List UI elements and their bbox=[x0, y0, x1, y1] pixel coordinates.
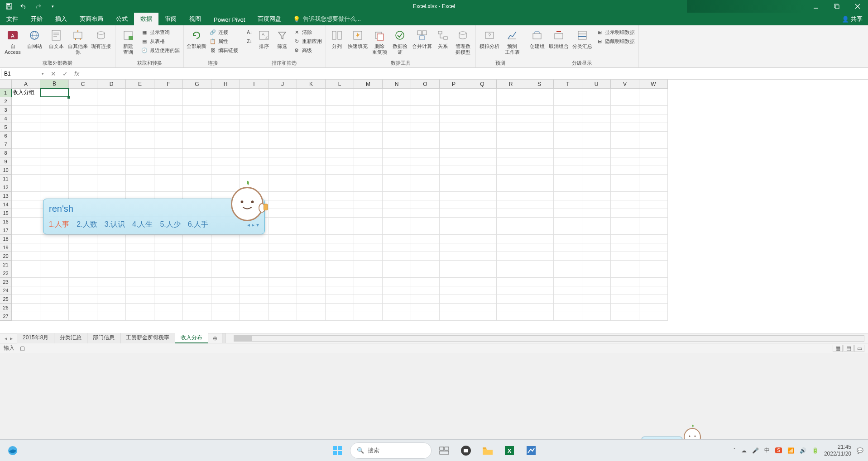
cell-P13[interactable] bbox=[440, 192, 468, 200]
col-header-C[interactable]: C bbox=[69, 80, 97, 89]
cell-W24[interactable] bbox=[639, 286, 668, 295]
cell-R21[interactable] bbox=[497, 261, 525, 269]
cell-I1[interactable] bbox=[240, 89, 269, 97]
cell-D8[interactable] bbox=[97, 149, 126, 157]
cell-M24[interactable] bbox=[354, 286, 383, 295]
macro-record-icon[interactable]: ▢ bbox=[20, 345, 25, 352]
cell-S3[interactable] bbox=[525, 106, 554, 114]
col-header-E[interactable]: E bbox=[126, 80, 154, 89]
redo-icon[interactable] bbox=[33, 2, 43, 11]
cell-H5[interactable] bbox=[211, 123, 240, 132]
cell-E27[interactable] bbox=[126, 312, 154, 321]
cell-N24[interactable] bbox=[383, 286, 411, 295]
cell-D10[interactable] bbox=[97, 166, 126, 175]
clear-filter-button[interactable]: ✕清除 bbox=[292, 28, 323, 36]
cell-A23[interactable] bbox=[12, 278, 40, 286]
cell-K22[interactable] bbox=[297, 269, 326, 278]
cell-Q17[interactable] bbox=[468, 226, 497, 235]
cell-J3[interactable] bbox=[269, 106, 297, 114]
cell-K18[interactable] bbox=[297, 235, 326, 243]
group-button[interactable]: 创建组 bbox=[528, 26, 546, 49]
cell-C18[interactable] bbox=[69, 235, 97, 243]
share-button[interactable]: 👤 共享 bbox=[836, 13, 868, 25]
cell-F7[interactable] bbox=[154, 140, 183, 149]
cell-F23[interactable] bbox=[154, 278, 183, 286]
tray-app-icon[interactable]: S bbox=[775, 447, 782, 453]
cell-P18[interactable] bbox=[440, 235, 468, 243]
cell-V12[interactable] bbox=[611, 183, 639, 192]
cell-N13[interactable] bbox=[383, 192, 411, 200]
cell-V8[interactable] bbox=[611, 149, 639, 157]
cell-A12[interactable] bbox=[12, 183, 40, 192]
cell-N25[interactable] bbox=[383, 295, 411, 304]
cell-F9[interactable] bbox=[154, 157, 183, 166]
cell-M22[interactable] bbox=[354, 269, 383, 278]
cell-M15[interactable] bbox=[354, 209, 383, 218]
cell-P5[interactable] bbox=[440, 123, 468, 132]
cell-Q6[interactable] bbox=[468, 132, 497, 140]
cell-T26[interactable] bbox=[554, 304, 582, 312]
cell-K26[interactable] bbox=[297, 304, 326, 312]
cell-J17[interactable] bbox=[269, 226, 297, 235]
existing-conn-button[interactable]: 现有连接 bbox=[90, 26, 112, 49]
cell-T22[interactable] bbox=[554, 269, 582, 278]
cell-D4[interactable] bbox=[97, 114, 126, 123]
cell-U16[interactable] bbox=[582, 218, 611, 226]
cell-O22[interactable] bbox=[411, 269, 440, 278]
cell-E4[interactable] bbox=[126, 114, 154, 123]
cell-F18[interactable] bbox=[154, 235, 183, 243]
cell-I27[interactable] bbox=[240, 312, 269, 321]
cell-B27[interactable] bbox=[40, 312, 69, 321]
cell-K7[interactable] bbox=[297, 140, 326, 149]
cell-U18[interactable] bbox=[582, 235, 611, 243]
sheet-tab-0[interactable]: 2015年8月 bbox=[17, 333, 54, 343]
cell-S9[interactable] bbox=[525, 157, 554, 166]
cell-F20[interactable] bbox=[154, 252, 183, 261]
cell-W27[interactable] bbox=[639, 312, 668, 321]
cell-F22[interactable] bbox=[154, 269, 183, 278]
tray-wifi-icon[interactable]: 📶 bbox=[787, 447, 794, 454]
cell-H19[interactable] bbox=[211, 243, 240, 252]
cell-M2[interactable] bbox=[354, 97, 383, 106]
cell-N18[interactable] bbox=[383, 235, 411, 243]
cell-Q12[interactable] bbox=[468, 183, 497, 192]
taskbar-app-2[interactable] bbox=[522, 442, 540, 460]
cell-L18[interactable] bbox=[326, 235, 354, 243]
cell-M17[interactable] bbox=[354, 226, 383, 235]
cell-R7[interactable] bbox=[497, 140, 525, 149]
cell-U15[interactable] bbox=[582, 209, 611, 218]
cell-H1[interactable] bbox=[211, 89, 240, 97]
cell-G3[interactable] bbox=[183, 106, 211, 114]
cell-N17[interactable] bbox=[383, 226, 411, 235]
row-header-12[interactable]: 12 bbox=[0, 183, 12, 192]
cell-V23[interactable] bbox=[611, 278, 639, 286]
cell-P14[interactable] bbox=[440, 200, 468, 209]
worksheet-grid[interactable]: ABCDEFGHIJKLMNOPQRSTUVW 1234567891011121… bbox=[0, 80, 868, 333]
cell-N19[interactable] bbox=[383, 243, 411, 252]
cell-E23[interactable] bbox=[126, 278, 154, 286]
col-header-K[interactable]: K bbox=[297, 80, 326, 89]
cell-K17[interactable] bbox=[297, 226, 326, 235]
cell-T17[interactable] bbox=[554, 226, 582, 235]
cell-U22[interactable] bbox=[582, 269, 611, 278]
cell-W3[interactable] bbox=[639, 106, 668, 114]
cell-K12[interactable] bbox=[297, 183, 326, 192]
cell-L7[interactable] bbox=[326, 140, 354, 149]
cell-V25[interactable] bbox=[611, 295, 639, 304]
cell-M3[interactable] bbox=[354, 106, 383, 114]
cell-W20[interactable] bbox=[639, 252, 668, 261]
horizontal-scrollbar[interactable] bbox=[234, 335, 864, 342]
tray-onedrive-icon[interactable]: ☁ bbox=[741, 447, 747, 454]
cell-O26[interactable] bbox=[411, 304, 440, 312]
col-header-V[interactable]: V bbox=[611, 80, 639, 89]
cell-H10[interactable] bbox=[211, 166, 240, 175]
cell-G8[interactable] bbox=[183, 149, 211, 157]
cell-I6[interactable] bbox=[240, 132, 269, 140]
cell-L9[interactable] bbox=[326, 157, 354, 166]
cell-T6[interactable] bbox=[554, 132, 582, 140]
cell-R13[interactable] bbox=[497, 192, 525, 200]
sheet-nav-prev-icon[interactable]: ◂ bbox=[5, 335, 7, 342]
cell-P9[interactable] bbox=[440, 157, 468, 166]
cell-K8[interactable] bbox=[297, 149, 326, 157]
fx-icon[interactable]: fx bbox=[74, 70, 79, 77]
